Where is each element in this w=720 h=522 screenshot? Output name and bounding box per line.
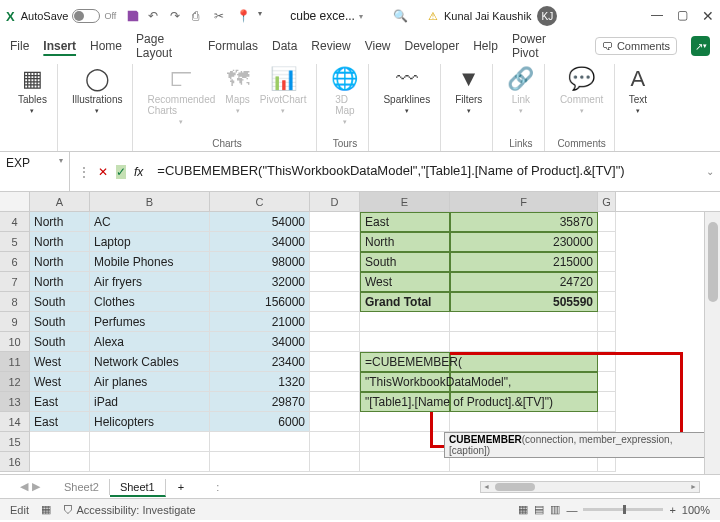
row-header-13[interactable]: 13	[0, 392, 30, 412]
tab-data[interactable]: Data	[272, 39, 297, 53]
cell-A6[interactable]: North	[30, 252, 90, 272]
cell-E6[interactable]: South	[360, 252, 450, 272]
cell-D9[interactable]	[310, 312, 360, 332]
cell-B5[interactable]: Laptop	[90, 232, 210, 252]
cell-D16[interactable]	[310, 452, 360, 472]
cell-A12[interactable]: West	[30, 372, 90, 392]
accessibility-status[interactable]: ⛉ Accessibility: Investigate	[63, 504, 196, 516]
cell-C15[interactable]	[210, 432, 310, 452]
cell-B10[interactable]: Alexa	[90, 332, 210, 352]
cell-G9[interactable]	[598, 312, 616, 332]
tables-button[interactable]: ▦Tables▾	[16, 64, 49, 117]
accept-formula-button[interactable]: ✓	[116, 165, 126, 179]
cell-G5[interactable]	[598, 232, 616, 252]
row-header-7[interactable]: 7	[0, 272, 30, 292]
cell-C9[interactable]: 21000	[210, 312, 310, 332]
normal-view-icon[interactable]: ▦	[518, 503, 528, 516]
cell-D8[interactable]	[310, 292, 360, 312]
tab-help[interactable]: Help	[473, 39, 498, 53]
cell-D15[interactable]	[310, 432, 360, 452]
cell-A10[interactable]: South	[30, 332, 90, 352]
cell-G10[interactable]	[598, 332, 616, 352]
row-header-4[interactable]: 4	[0, 212, 30, 232]
row-header-8[interactable]: 8	[0, 292, 30, 312]
cell-A16[interactable]	[30, 452, 90, 472]
cell-C7[interactable]: 32000	[210, 272, 310, 292]
cell-B4[interactable]: AC	[90, 212, 210, 232]
cell-G14[interactable]	[598, 412, 616, 432]
prev-sheet-icon[interactable]: ◀	[20, 480, 28, 493]
cell-B14[interactable]: Helicopters	[90, 412, 210, 432]
cell-G13[interactable]	[598, 392, 616, 412]
cell-C5[interactable]: 34000	[210, 232, 310, 252]
cell-A8[interactable]: South	[30, 292, 90, 312]
cell-F9[interactable]	[450, 312, 598, 332]
tab-file[interactable]: File	[10, 39, 29, 53]
row-header-5[interactable]: 5	[0, 232, 30, 252]
illustrations-button[interactable]: ◯Illustrations▾	[70, 64, 125, 117]
sheet-tab-sheet2[interactable]: Sheet2	[54, 479, 110, 495]
cancel-formula-button[interactable]: ✕	[98, 165, 108, 179]
name-box[interactable]: EXP ▾	[0, 152, 70, 191]
pin-icon[interactable]: 📍	[236, 9, 250, 23]
col-header-A[interactable]: A	[30, 192, 90, 211]
cell-C10[interactable]: 34000	[210, 332, 310, 352]
cell-B12[interactable]: Air planes	[90, 372, 210, 392]
cell-F7[interactable]: 24720	[450, 272, 598, 292]
tab-insert[interactable]: Insert	[43, 39, 76, 53]
col-header-C[interactable]: C	[210, 192, 310, 211]
tab-power-pivot[interactable]: Power Pivot	[512, 32, 567, 60]
cell-B16[interactable]	[90, 452, 210, 472]
cell-B9[interactable]: Perfumes	[90, 312, 210, 332]
cell-A7[interactable]: North	[30, 272, 90, 292]
qat-dropdown-icon[interactable]: ▾	[258, 9, 272, 23]
next-sheet-icon[interactable]: ▶	[32, 480, 40, 493]
cell-A15[interactable]	[30, 432, 90, 452]
cell-F5[interactable]: 230000	[450, 232, 598, 252]
minimize-button[interactable]: —	[651, 8, 663, 24]
cell-E5[interactable]: North	[360, 232, 450, 252]
col-header-G[interactable]: G	[598, 192, 616, 211]
cell-E16[interactable]	[360, 452, 450, 472]
cut-icon[interactable]: ✂	[214, 9, 228, 23]
cell-E14[interactable]	[360, 412, 450, 432]
redo-icon[interactable]: ↷	[170, 9, 184, 23]
cell-D10[interactable]	[310, 332, 360, 352]
stats-icon[interactable]: ▦	[41, 503, 51, 516]
cell-D5[interactable]	[310, 232, 360, 252]
cell-G12[interactable]	[598, 372, 616, 392]
tab-page-layout[interactable]: Page Layout	[136, 32, 194, 60]
row-header-9[interactable]: 9	[0, 312, 30, 332]
dots-icon[interactable]: ⋮	[78, 165, 90, 179]
cell-G4[interactable]	[598, 212, 616, 232]
select-all[interactable]	[0, 192, 30, 211]
doc-dropdown-icon[interactable]: ▾	[359, 12, 363, 21]
undo-icon[interactable]: ↶	[148, 9, 162, 23]
cell-E12[interactable]: "ThisWorkbookDataModel",	[360, 372, 450, 392]
fx-icon[interactable]: fx	[134, 165, 143, 179]
cell-B15[interactable]	[90, 432, 210, 452]
cell-B7[interactable]: Air fryers	[90, 272, 210, 292]
cell-D14[interactable]	[310, 412, 360, 432]
cell-G8[interactable]	[598, 292, 616, 312]
zoom-slider[interactable]	[583, 508, 663, 511]
horizontal-scrollbar[interactable]	[480, 481, 700, 493]
zoom-out-button[interactable]: —	[566, 504, 577, 516]
cell-B11[interactable]: Network Cables	[90, 352, 210, 372]
col-header-D[interactable]: D	[310, 192, 360, 211]
filters-button[interactable]: ▼Filters▾	[453, 64, 484, 117]
sheet-tab-sheet1[interactable]: Sheet1	[110, 479, 166, 497]
cell-G7[interactable]	[598, 272, 616, 292]
cell-G11[interactable]	[598, 352, 616, 372]
expand-formula-icon[interactable]: ⌄	[700, 166, 720, 177]
col-header-B[interactable]: B	[90, 192, 210, 211]
cell-C6[interactable]: 98000	[210, 252, 310, 272]
cell-F10[interactable]	[450, 332, 598, 352]
row-header-6[interactable]: 6	[0, 252, 30, 272]
cell-A13[interactable]: East	[30, 392, 90, 412]
zoom-level[interactable]: 100%	[682, 504, 710, 516]
layout-view-icon[interactable]: ▤	[534, 503, 544, 516]
cell-D12[interactable]	[310, 372, 360, 392]
cell-F6[interactable]: 215000	[450, 252, 598, 272]
cell-A4[interactable]: North	[30, 212, 90, 232]
